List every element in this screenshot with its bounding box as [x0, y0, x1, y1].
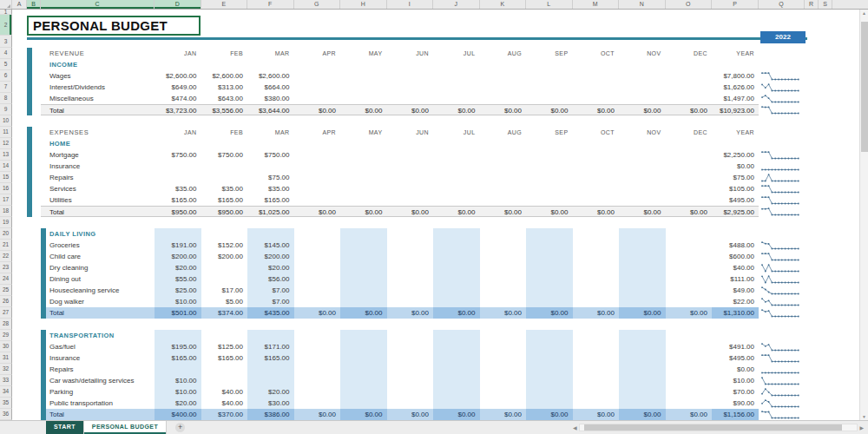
- cell-N2[interactable]: [619, 15, 666, 36]
- cell-F26[interactable]: $7.00: [247, 296, 294, 307]
- cell-M12[interactable]: [573, 138, 620, 149]
- cell-S11[interactable]: [819, 127, 832, 138]
- row-header-15[interactable]: 15: [0, 172, 12, 183]
- cell-E9[interactable]: $3,556.00: [201, 104, 248, 115]
- cell-J19[interactable]: [433, 217, 480, 228]
- cell-O19[interactable]: [666, 217, 713, 228]
- cell-I34[interactable]: [387, 386, 434, 398]
- row-header-29[interactable]: 29: [0, 330, 12, 341]
- cell-C15[interactable]: Repairs: [41, 172, 155, 183]
- cell-J18[interactable]: $0.00: [433, 206, 480, 217]
- cell-J28[interactable]: [433, 319, 480, 330]
- cell-Q20[interactable]: [759, 228, 805, 240]
- cell-D32[interactable]: [155, 364, 201, 375]
- cell-I22[interactable]: [387, 251, 434, 262]
- cell-G22[interactable]: [294, 251, 341, 262]
- cell-A35[interactable]: [12, 398, 27, 409]
- cell-P4[interactable]: YEAR: [712, 48, 759, 59]
- cell-C18[interactable]: Total: [41, 206, 155, 217]
- cell-F19[interactable]: [247, 217, 294, 228]
- cell-A2[interactable]: [12, 15, 27, 36]
- cell-I29[interactable]: [387, 330, 434, 341]
- cell-F22[interactable]: $200.00: [247, 251, 294, 262]
- cell-K31[interactable]: [480, 352, 527, 364]
- cell-K11[interactable]: AUG: [480, 127, 527, 138]
- cell-Q9[interactable]: [759, 104, 805, 115]
- cell-E33[interactable]: [201, 375, 248, 386]
- cell-L4[interactable]: SEP: [526, 48, 573, 59]
- cell-J36[interactable]: $0.00: [433, 409, 480, 420]
- cell-G14[interactable]: [294, 161, 341, 172]
- cell-H11[interactable]: MAY: [340, 127, 387, 138]
- cell-K18[interactable]: $0.00: [480, 206, 527, 217]
- cell-H30[interactable]: [340, 341, 387, 352]
- cell-M4[interactable]: OCT: [573, 48, 620, 59]
- cell-A27[interactable]: [12, 307, 27, 319]
- cell-F17[interactable]: $165.00: [247, 194, 294, 206]
- cell-H31[interactable]: [340, 352, 387, 364]
- cell-R30[interactable]: [805, 341, 819, 352]
- column-header-O[interactable]: O: [666, 0, 713, 9]
- cell-R2[interactable]: [805, 15, 819, 36]
- cell-I15[interactable]: [387, 172, 434, 183]
- cell-J15[interactable]: [433, 172, 480, 183]
- cell-M24[interactable]: [573, 273, 620, 285]
- cell-Q21[interactable]: [759, 240, 805, 251]
- cell-J8[interactable]: [433, 93, 480, 104]
- cell-C17[interactable]: Utilities: [41, 194, 155, 206]
- cell-F23[interactable]: $20.00: [247, 262, 294, 273]
- cell-G4[interactable]: APR: [294, 48, 341, 59]
- cell-G12[interactable]: [294, 138, 341, 149]
- cell-J20[interactable]: [433, 228, 480, 240]
- cell-R21[interactable]: [805, 240, 819, 251]
- cell-J29[interactable]: [433, 330, 480, 341]
- cell-I30[interactable]: [387, 341, 434, 352]
- cell-A22[interactable]: [12, 251, 27, 262]
- cell-R13[interactable]: [805, 149, 819, 161]
- cell-E13[interactable]: $750.00: [201, 149, 248, 161]
- cell-L19[interactable]: [526, 217, 573, 228]
- cell-M31[interactable]: [573, 352, 620, 364]
- cell-F14[interactable]: [247, 161, 294, 172]
- cell-M10[interactable]: [573, 115, 620, 127]
- cell-S13[interactable]: [819, 149, 832, 161]
- cell-C23[interactable]: Dry cleaning: [41, 262, 155, 273]
- cell-A17[interactable]: [12, 194, 27, 206]
- cell-K30[interactable]: [480, 341, 527, 352]
- cell-D15[interactable]: [155, 172, 201, 183]
- cell-R31[interactable]: [805, 352, 819, 364]
- cell-N35[interactable]: [619, 398, 666, 409]
- cell-M16[interactable]: [573, 183, 620, 194]
- cell-P9[interactable]: $10,923.00: [712, 104, 759, 115]
- cell-M28[interactable]: [573, 319, 620, 330]
- column-header-A[interactable]: A: [12, 0, 27, 9]
- cell-L33[interactable]: [526, 375, 573, 386]
- sheet-title[interactable]: PERSONAL BUDGET: [27, 16, 201, 36]
- cell-I7[interactable]: [387, 82, 434, 93]
- cell-C5[interactable]: INCOME: [41, 59, 155, 70]
- cell-K17[interactable]: [480, 194, 527, 206]
- cell-N18[interactable]: $0.00: [619, 206, 666, 217]
- cell-N15[interactable]: [619, 172, 666, 183]
- cell-E6[interactable]: $2,600.00: [201, 70, 248, 82]
- cell-Q28[interactable]: [759, 319, 805, 330]
- cell-S14[interactable]: [819, 161, 832, 172]
- cell-R22[interactable]: [805, 251, 819, 262]
- cell-E34[interactable]: $40.00: [201, 386, 248, 398]
- cell-N17[interactable]: [619, 194, 666, 206]
- cell-I33[interactable]: [387, 375, 434, 386]
- column-header-K[interactable]: K: [480, 0, 527, 9]
- cell-P17[interactable]: $495.00: [712, 194, 759, 206]
- cell-B34[interactable]: [27, 386, 41, 398]
- cell-P22[interactable]: $600.00: [712, 251, 759, 262]
- cell-L24[interactable]: [526, 273, 573, 285]
- cell-S27[interactable]: [819, 307, 832, 319]
- cell-L5[interactable]: [526, 59, 573, 70]
- cell-C31[interactable]: Insurance: [41, 352, 155, 364]
- cell-I13[interactable]: [387, 149, 434, 161]
- cell-R19[interactable]: [805, 217, 819, 228]
- cell-N11[interactable]: NOV: [619, 127, 666, 138]
- cell-P11[interactable]: YEAR: [712, 127, 759, 138]
- cell-M18[interactable]: $0.00: [573, 206, 620, 217]
- cell-Q4[interactable]: [759, 48, 805, 59]
